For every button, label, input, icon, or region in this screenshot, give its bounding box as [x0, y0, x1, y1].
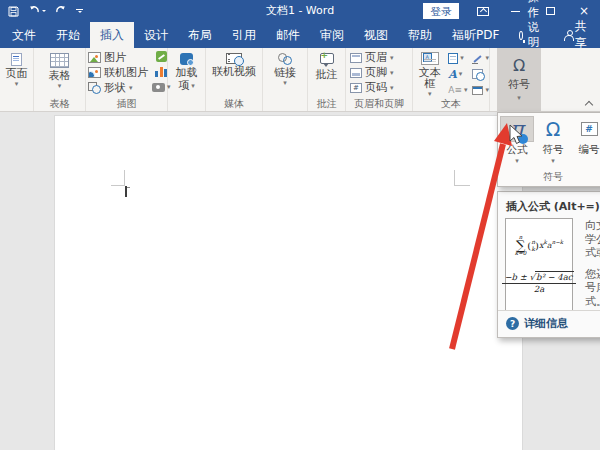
symbol-button[interactable]: Ω 符号 ▾: [536, 116, 570, 164]
chevron-down-icon: ▾: [58, 83, 62, 89]
equation-preview-quadratic: −b ± √b² − 4ac 2a: [502, 272, 575, 294]
document-page[interactable]: [54, 115, 523, 450]
tab-foxit-pdf[interactable]: 福昕PDF: [442, 22, 509, 48]
tab-view[interactable]: 视图: [354, 22, 398, 48]
person-icon: [564, 30, 570, 40]
quick-parts-button[interactable]: ▾: [448, 51, 464, 65]
textbox-label: 文本框: [415, 67, 444, 89]
collapse-ribbon-icon[interactable]: [585, 100, 592, 107]
group-label-media: 媒体: [206, 97, 262, 111]
chevron-down-icon: ▾: [460, 55, 464, 61]
radicand: b² − 4ac: [535, 271, 574, 282]
chevron-down-icon: ▾: [485, 87, 489, 93]
wordart-button[interactable]: A▾: [448, 67, 462, 81]
ribbon-group-addins: 加载 项 ▾: [168, 48, 206, 111]
tab-help[interactable]: 帮助: [398, 22, 442, 48]
date-time-icon: [472, 69, 483, 79]
chart-icon[interactable]: [155, 66, 167, 77]
table-label: 表格: [49, 70, 71, 81]
pictures-label: 图片: [104, 50, 126, 65]
symbols-group-button[interactable]: Ω 符号 ▾: [497, 48, 541, 111]
redo-icon[interactable]: [55, 6, 67, 16]
wordart-icon: A: [448, 69, 457, 80]
sign-in-button[interactable]: 登录: [423, 3, 459, 19]
tab-references[interactable]: 引用: [222, 22, 266, 48]
chevron-down-icon: ▾: [551, 158, 555, 164]
page-number-icon: #: [350, 83, 362, 93]
online-video-label: 联机视频: [212, 66, 256, 77]
online-video-icon: [226, 53, 242, 64]
online-pictures-button[interactable]: 联机图片: [88, 65, 148, 80]
textbox-button[interactable]: 文本框 ▾: [415, 50, 444, 97]
page-icon: [11, 53, 22, 66]
table-button[interactable]: 表格 ▾: [36, 51, 83, 97]
chevron-down-icon: ▾: [15, 81, 19, 87]
word-window: 文档1 - Word 登录 × 文件 开始 插入 设计 布局 引用 邮件 审阅 …: [0, 0, 600, 450]
pictures-button[interactable]: 图片: [88, 50, 148, 65]
header-button[interactable]: 页眉 ▾: [350, 50, 394, 65]
save-icon[interactable]: [8, 6, 19, 17]
object-button[interactable]: ▾: [472, 83, 489, 97]
ribbon-tab-bar: 文件 开始 插入 设计 布局 引用 邮件 审阅 视图 帮助 福昕PDF 操作说明…: [0, 22, 600, 48]
description-paragraph-1: 向文档中添加常见数学公式，如圆面积公式或二次公式。: [585, 219, 600, 260]
comment-button[interactable]: 批注: [310, 51, 343, 97]
tab-file[interactable]: 文件: [2, 22, 46, 48]
document-title: 文档1 - Word: [266, 0, 334, 22]
number-label: 编号: [579, 143, 600, 157]
symbols-flyout: π 公式 ▾ Ω 符号 ▾ # 编号 符号: [497, 112, 600, 187]
date-time-button[interactable]: [472, 67, 483, 81]
ribbon-group-header-footer: 页眉 ▾ 页脚 ▾ # 页码 ▾ 页眉和页脚: [346, 48, 413, 111]
quick-parts-icon: [448, 53, 458, 64]
quad-prefix: −b ±: [504, 272, 529, 282]
smartart-icon[interactable]: [156, 51, 167, 62]
addins-label-line1: 加载: [176, 67, 198, 78]
picture-icon: [88, 52, 101, 63]
footer-button[interactable]: 页脚 ▾: [350, 65, 394, 80]
shapes-button[interactable]: 形状 ▾: [88, 80, 148, 95]
ribbon-group-media: 联机视频 媒体: [206, 48, 263, 111]
tab-review[interactable]: 审阅: [310, 22, 354, 48]
margin-mark-top-right-h: [454, 185, 470, 186]
chevron-down-icon: ▾: [390, 85, 394, 91]
group-label-links: [263, 97, 307, 111]
chevron-down-icon: ▾: [390, 70, 394, 76]
tab-mailings[interactable]: 邮件: [266, 22, 310, 48]
ribbon-display-options-icon: [477, 7, 489, 16]
chevron-down-icon: ▾: [390, 55, 394, 61]
margin-mark-top-left-v: [124, 170, 125, 186]
minimize-button[interactable]: [502, 0, 528, 22]
help-icon: ?: [506, 317, 519, 330]
tab-insert[interactable]: 插入: [90, 22, 134, 48]
chevron-down-icon: ▾: [191, 83, 195, 89]
flyout-group-label: 符号: [498, 170, 600, 184]
online-video-button[interactable]: 联机视频: [208, 51, 260, 97]
drop-cap-button[interactable]: A≡▾: [448, 83, 467, 97]
equation-button[interactable]: π 公式 ▾: [500, 116, 534, 164]
links-button[interactable]: 链接 ▾: [265, 51, 305, 97]
undo-dropdown-icon[interactable]: [42, 10, 46, 12]
tell-me-search[interactable]: 操作说明搜索: [511, 22, 556, 48]
tooltip-title: 插入公式 (Alt+=): [506, 199, 600, 214]
more-info-label: 详细信息: [524, 316, 568, 331]
chevron-down-icon: ▾: [459, 71, 463, 77]
signature-line-button[interactable]: ▾: [472, 51, 489, 65]
page-number-button[interactable]: # 页码 ▾: [350, 80, 394, 95]
ribbon-display-options-button[interactable]: [470, 0, 496, 22]
exp-k: k: [544, 240, 547, 246]
online-pictures-label: 联机图片: [104, 65, 148, 80]
textbox-icon: [421, 52, 439, 65]
tab-design[interactable]: 设计: [134, 22, 178, 48]
pages-button[interactable]: 页面 ▾: [2, 51, 31, 97]
addins-button[interactable]: 加载 项 ▾: [170, 51, 203, 97]
customize-qat-icon[interactable]: [76, 9, 83, 13]
equation-tooltip: 插入公式 (Alt+=) n ∑ k=0 ( n k )xkan−k −b ± …: [497, 191, 600, 338]
exp-n-k: n−k: [552, 240, 563, 246]
undo-button[interactable]: [28, 6, 46, 16]
text-cursor: [125, 186, 127, 197]
tab-home[interactable]: 开始: [46, 22, 90, 48]
chevron-down-icon: ▾: [485, 55, 489, 61]
tab-layout[interactable]: 布局: [178, 22, 222, 48]
more-info-link[interactable]: ? 详细信息: [506, 316, 568, 331]
number-button[interactable]: # 编号: [572, 116, 600, 157]
share-button[interactable]: 共享: [556, 22, 598, 48]
